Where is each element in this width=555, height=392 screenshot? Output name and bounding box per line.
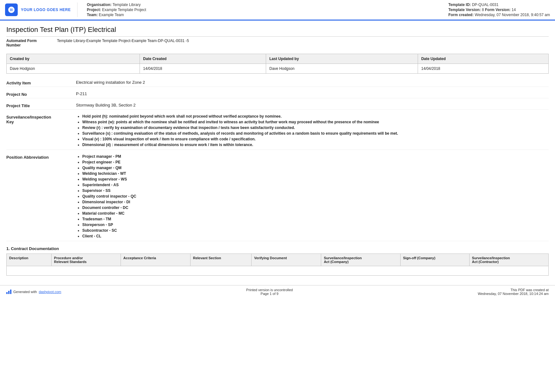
- surveillance-row: Surveilance/InspectionKey Hold point (h)…: [6, 113, 549, 150]
- project-title-label: Project Title: [6, 103, 76, 108]
- pdf-created-text: This PDF was created at: [478, 288, 549, 292]
- position-item: Supervisor - SS: [82, 188, 549, 193]
- document-title: Inspection Test Plan (ITP) Electrical: [6, 26, 549, 37]
- project-title-value: Stormway Building 3B, Section 2: [76, 103, 549, 108]
- form-number-label: Automated FormNumber: [6, 39, 57, 47]
- dashpivot-icon: [6, 290, 11, 294]
- project-no-row: Project No P-211: [6, 90, 549, 98]
- surveillance-value: Hold point (h): nominated point beyond w…: [76, 114, 549, 148]
- logo-area: YOUR LOGO GOES HERE: [5, 3, 78, 17]
- logo-icon: [5, 3, 18, 16]
- dashpivot-link[interactable]: dashpivot.com: [39, 290, 61, 294]
- position-item: Project engineer - PE: [82, 160, 549, 164]
- position-item: Welding supervisor - WS: [82, 177, 549, 181]
- surveillance-item: Surveillance (s) : continuing evaluation…: [82, 131, 549, 136]
- col-procedure: Procedure and/orRelevant Standards: [51, 254, 121, 266]
- col-surveillance-company: Surveilance/InspectionAct (Company): [321, 254, 400, 266]
- footer-right: This PDF was created at Wednesday, 07 No…: [478, 288, 549, 296]
- position-item: Document controller - DC: [82, 205, 549, 210]
- col-date-created: Date Created: [140, 54, 266, 64]
- printed-text: Printed version is uncontrolled: [246, 288, 293, 292]
- surveillance-item: Review (r) : verify by examination of do…: [82, 126, 549, 130]
- col-relevant-section: Relevant Section: [190, 254, 252, 266]
- form-created-line: Form created: Wednesday, 07 November 201…: [448, 13, 550, 17]
- info-table: Created by Date Created Last Updated by …: [6, 54, 549, 74]
- generated-with-text: Generated with: [13, 290, 37, 294]
- page-number: Page 1 of 9: [246, 292, 293, 296]
- footer-center: Printed version is uncontrolled Page 1 o…: [246, 288, 293, 296]
- position-item: Project manager - PM: [82, 154, 549, 159]
- surveillance-item: Visual (v) : 100% visual inspection of w…: [82, 137, 549, 141]
- position-label: Position Abbreviation: [6, 154, 76, 240]
- surveillance-label: Surveilance/InspectionKey: [6, 114, 76, 148]
- surveillance-item: Dimensional (d) : measurement of critica…: [82, 143, 549, 147]
- col-created-by: Created by: [7, 54, 140, 64]
- position-item: Dimensional inspector - DI: [82, 200, 549, 204]
- main-content: Inspection Test Plan (ITP) Electrical Au…: [0, 21, 555, 282]
- date-updated-value: 14/04/2018: [418, 64, 549, 74]
- section1-heading: 1. Contract Documentation: [6, 246, 549, 251]
- col-last-updated-by: Last Updated by: [266, 54, 418, 64]
- position-item: Subcontractor - SC: [82, 228, 549, 233]
- section1-empty-row: [7, 266, 549, 276]
- project-no-value: P-211: [76, 91, 549, 97]
- project-no-label: Project No: [6, 91, 76, 97]
- header-right: Template ID: DP-QUAL-0031 Template Versi…: [448, 3, 550, 17]
- col-signoff-company: Sign-off (Company): [400, 254, 469, 266]
- col-date-updated: Date Updated: [418, 54, 549, 64]
- form-number-row: Automated FormNumber Template Library-Ex…: [6, 39, 549, 47]
- position-row: Position Abbreviation Project manager - …: [6, 153, 549, 241]
- activity-item-row: Activity Item Electrical wiring installa…: [6, 79, 549, 87]
- created-by-value: Dave Hodgson: [7, 64, 140, 74]
- col-description: Description: [7, 254, 52, 266]
- pdf-created-date: Wednesday, 07 November 2018, 10:14:24 am: [478, 292, 549, 296]
- position-item: Material controller - MC: [82, 211, 549, 216]
- activity-item-value: Electrical wiring installation for Zone …: [76, 80, 549, 85]
- position-item: Superintendent - AS: [82, 183, 549, 187]
- position-item: Client - CL: [82, 234, 549, 238]
- position-value: Project manager - PMProject engineer - P…: [76, 154, 549, 240]
- org-line: Organisation: Template Library: [87, 3, 442, 7]
- form-number-value: Template Library-Example Template Projec…: [57, 39, 189, 47]
- template-id-line: Template ID: DP-QUAL-0031: [448, 3, 550, 7]
- version-line: Template Version: 8 Form Version: 14: [448, 8, 550, 12]
- header-center: Organisation: Template Library Project: …: [84, 3, 442, 17]
- position-item: Tradesman - TM: [82, 217, 549, 221]
- section1-table: Description Procedure and/orRelevant Sta…: [6, 254, 549, 276]
- col-acceptance: Acceptance Criteria: [121, 254, 190, 266]
- position-item: Welding technician - WT: [82, 171, 549, 176]
- table-row: Dave Hodgson 14/04/2018 Dave Hodgson 14/…: [7, 64, 549, 74]
- date-created-value: 14/04/2018: [140, 64, 266, 74]
- position-item: Storeperson - SP: [82, 223, 549, 227]
- col-verifying-doc: Verifying Document: [252, 254, 321, 266]
- logo-text: YOUR LOGO GOES HERE: [21, 8, 71, 12]
- position-item: Quality control inspector - QC: [82, 194, 549, 199]
- surveillance-item: Hold point (h): nominated point beyond w…: [82, 114, 549, 119]
- col-surveillance-contractor: Surveilance/InspectionAct (Contractor): [469, 254, 548, 266]
- team-line: Team: Example Team: [87, 13, 442, 17]
- activity-item-label: Activity Item: [6, 80, 76, 85]
- page-header: YOUR LOGO GOES HERE Organisation: Templa…: [0, 0, 555, 21]
- project-title-row: Project Title Stormway Building 3B, Sect…: [6, 101, 549, 110]
- surveillance-item: Witness point (w): points at which the n…: [82, 120, 549, 124]
- page-footer: Generated with dashpivot.com Printed ver…: [0, 285, 555, 298]
- position-item: Quality manager - QM: [82, 166, 549, 170]
- footer-left: Generated with dashpivot.com: [6, 290, 61, 294]
- project-line: Project: Example Template Project: [87, 8, 442, 12]
- last-updated-by-value: Dave Hodgson: [266, 64, 418, 74]
